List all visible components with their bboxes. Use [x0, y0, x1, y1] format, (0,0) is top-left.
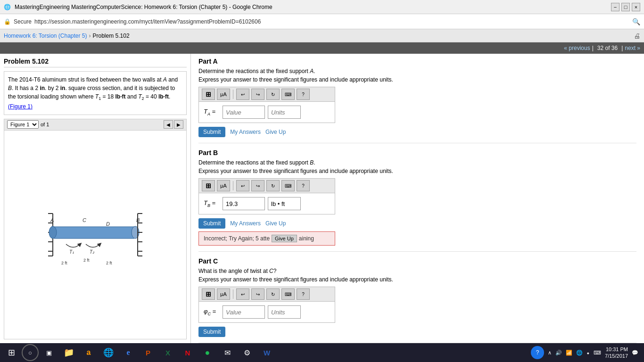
part-a-question: Determine the reactions at the fixed sup… [198, 68, 636, 74]
fraction-btn-b[interactable]: ⊞ [202, 180, 215, 191]
part-a-value-input[interactable] [223, 106, 265, 119]
part-b-label: TB = [204, 199, 218, 208]
part-b-value-input[interactable] [223, 197, 265, 210]
undo-btn-c[interactable]: ↩ [236, 288, 249, 300]
undo-btn-b[interactable]: ↩ [236, 180, 249, 191]
svg-text:2 ft: 2 ft [61, 261, 67, 265]
figure-nav[interactable]: ◀ ▶ [164, 120, 183, 129]
part-c-value-input[interactable] [223, 305, 265, 319]
part-c-submit-button[interactable]: Submit [198, 327, 225, 337]
part-a-give-up-link[interactable]: Give Up [265, 129, 286, 135]
part-b-title: Part B [198, 149, 636, 156]
help-btn-a[interactable]: ? [297, 89, 310, 100]
part-c-section: Part C What is the angle of twist at C? … [198, 257, 636, 343]
help-btn-b[interactable]: ? [297, 180, 310, 191]
part-c-units-input[interactable] [268, 305, 301, 319]
svg-text:T₁: T₁ [69, 249, 74, 255]
part-b-units-input[interactable] [268, 197, 301, 210]
maximize-button[interactable]: □ [621, 3, 630, 11]
next-link[interactable]: next » [625, 45, 640, 51]
remaining-text: aining [299, 235, 314, 242]
give-up-inline-button[interactable]: Give Up [272, 235, 297, 242]
undo-btn-a[interactable]: ↩ [236, 89, 249, 100]
keyboard-btn-a[interactable]: ⌨ [281, 89, 295, 100]
redo-btn-a[interactable]: ↪ [251, 89, 264, 100]
keyboard-btn-b[interactable]: ⌨ [281, 180, 295, 191]
superscript-btn-b[interactable]: μA [217, 180, 230, 191]
left-panel: Problem 5.102 The 2014-T6 aluminum strut… [0, 54, 191, 343]
part-a-instruction: Express your answer to three significant… [198, 76, 636, 83]
fraction-icon-a: ⊞ [206, 90, 211, 98]
breadcrumb-bar: Homework 6: Torsion (Chapter 5) › Proble… [0, 29, 644, 42]
figure-header: Figure 1 of 1 ◀ ▶ [4, 119, 186, 131]
part-a-title: Part A [198, 58, 636, 65]
part-b-instruction: Express your answer to three significant… [198, 168, 636, 174]
part-c-toolbar: ⊞ μA ↩ ↪ ↻ ⌨ ? [198, 287, 335, 301]
svg-text:C: C [83, 217, 86, 223]
help-btn-c[interactable]: ? [297, 288, 310, 300]
fraction-icon-c: ⊞ [206, 290, 211, 298]
figure-svg: A C D B T₂ [39, 199, 152, 270]
part-a-section: Part A Determine the reactions at the fi… [198, 58, 636, 143]
breadcrumb-sep: › [89, 33, 91, 39]
title-bar: 🌐 MasteringEngineering MasteringComputer… [0, 0, 644, 14]
right-panel: Part A Determine the reactions at the fi… [191, 54, 644, 343]
superscript-btn-a[interactable]: μA [217, 89, 230, 100]
part-c-title: Part C [198, 257, 636, 265]
fraction-btn-a[interactable]: ⊞ [202, 89, 215, 100]
keyboard-btn-c[interactable]: ⌨ [281, 288, 295, 300]
main-layout: Problem 5.102 The 2014-T6 aluminum strut… [0, 54, 644, 343]
part-a-label: TA = [204, 108, 218, 116]
part-a-units-input[interactable] [268, 106, 301, 119]
svg-text:2 ft: 2 ft [83, 258, 90, 263]
refresh-btn-a[interactable]: ↻ [266, 89, 280, 100]
refresh-btn-c[interactable]: ↻ [266, 288, 280, 300]
address-bar: 🔒 Secure https://session.masteringengine… [0, 14, 644, 29]
superscript-btn-c[interactable]: μA [217, 288, 230, 300]
fraction-icon-b: ⊞ [206, 182, 211, 189]
secure-label: Secure [14, 18, 32, 25]
svg-text:T₂: T₂ [90, 249, 95, 255]
figure-prev-button[interactable]: ◀ [164, 120, 173, 129]
svg-text:A: A [50, 217, 54, 223]
window-controls[interactable]: − □ × [611, 3, 640, 11]
print-icon[interactable]: 🖨 [634, 32, 640, 40]
part-b-give-up-link[interactable]: Give Up [265, 220, 286, 227]
url-bar[interactable]: https://session.masteringengineering.com… [34, 18, 629, 25]
address-search-icon[interactable]: 🔍 [632, 18, 640, 25]
fraction-btn-c[interactable]: ⊞ [202, 288, 215, 300]
figure-next-button[interactable]: ▶ [174, 120, 183, 129]
redo-btn-c[interactable]: ↪ [251, 288, 264, 300]
refresh-btn-b[interactable]: ↻ [266, 180, 280, 191]
part-a-actions: Submit My Answers Give Up [198, 127, 636, 137]
part-b-submit-button[interactable]: Submit [198, 218, 225, 229]
toolbar-sep-c [233, 289, 233, 299]
redo-btn-b[interactable]: ↪ [251, 180, 264, 191]
incorrect-text: Incorrect; Try Again; 5 atte [204, 235, 270, 242]
figure-image: A C D B T₂ [4, 131, 186, 339]
superscript-icon-c: μA [220, 291, 227, 297]
problem-description: The 2014-T6 aluminum strut is fixed betw… [4, 71, 187, 115]
figure-select[interactable]: Figure 1 [7, 120, 39, 129]
breadcrumb: Homework 6: Torsion (Chapter 5) › Proble… [4, 33, 130, 39]
part-c-label: φC = [204, 308, 218, 316]
part-c-instruction: Express your answer to three significant… [198, 276, 636, 283]
close-button[interactable]: × [632, 3, 640, 11]
nav-separator: | [592, 45, 594, 51]
part-b-my-answers-link[interactable]: My Answers [230, 220, 261, 227]
previous-link[interactable]: « previous [564, 45, 590, 51]
nav-separator2: | [621, 45, 623, 51]
part-b-answer-row: TB = [198, 193, 335, 214]
minimize-button[interactable]: − [611, 3, 619, 11]
problem-title: Problem 5.102 [4, 58, 187, 67]
part-a-my-answers-link[interactable]: My Answers [230, 129, 261, 135]
svg-point-8 [49, 226, 57, 239]
homework-link[interactable]: Homework 6: Torsion (Chapter 5) [4, 33, 87, 39]
lock-icon: 🔒 [4, 18, 11, 25]
toolbar-sep-a [233, 90, 233, 99]
part-a-submit-button[interactable]: Submit [198, 127, 225, 137]
browser-icon: 🌐 [4, 4, 11, 10]
part-b-question: Determine the reactions at the fixed sup… [198, 159, 636, 166]
figure-link[interactable]: (Figure 1) [8, 103, 33, 110]
incorrect-banner: Incorrect; Try Again; 5 atte Give Up ain… [198, 231, 335, 246]
